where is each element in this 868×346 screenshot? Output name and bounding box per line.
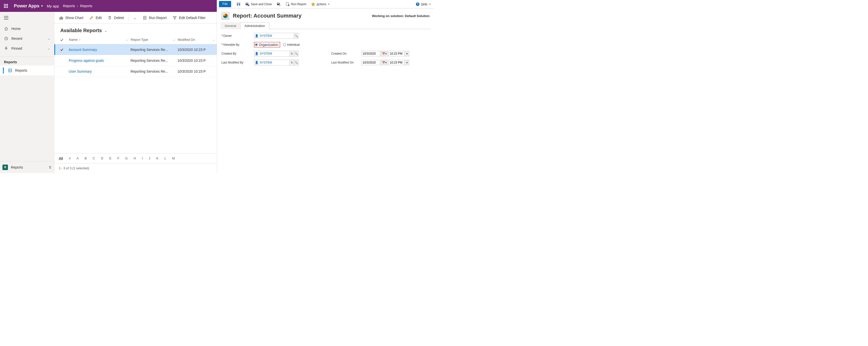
last-modified-on-date-input[interactable] [361,60,380,65]
column-menu-icon[interactable]: ⌄ [213,38,215,41]
calendar-picker-icon[interactable]: 📅▾ [381,51,388,56]
grid: Name↑⌄ Report Type⌄ Modified On⌄ Account… [54,35,217,153]
lookup-search-icon[interactable]: 🔍 [294,33,298,38]
crumb-0[interactable]: Reports [63,4,75,8]
last-modified-by-lookup[interactable]: 👤 SYSTEM ⇅ 🔍 [254,60,299,65]
alpha-filter-f[interactable]: F [117,156,119,160]
stepper-icon[interactable]: ⇅ [289,60,294,65]
run-report-button[interactable]: Run Report [140,14,169,22]
alpha-filter-g[interactable]: G [125,156,128,160]
column-name[interactable]: Name↑⌄ [66,38,128,41]
column-menu-icon[interactable]: ⌄ [173,38,175,41]
column-modified-on[interactable]: Modified On⌄ [175,38,215,41]
alpha-filter-#[interactable]: # [69,156,71,160]
show-chart-button[interactable]: Show Chart [56,14,86,22]
svg-rect-0 [4,4,5,5]
alpha-filter-h[interactable]: H [134,156,136,160]
actions-menu[interactable]: AActionsctions▾ [310,2,331,7]
select-all-checkbox[interactable] [57,38,66,41]
column-menu-icon[interactable]: ⌄ [126,38,128,41]
alpha-filter-k[interactable]: K [156,156,158,160]
row-checkbox[interactable] [57,48,66,52]
radio-individual[interactable] [283,43,286,46]
brand-label[interactable]: Power Apps ▾ [14,3,43,9]
sidebar-item-reports[interactable]: Reports [0,65,54,75]
alpha-filter-all[interactable]: All [59,156,63,160]
waffle-icon[interactable] [2,2,10,10]
row-name-link[interactable]: User Summary [66,69,128,73]
selection-accent [3,67,4,73]
row-name-link[interactable]: Progress against goals [66,59,128,63]
delete-button[interactable]: Delete [105,14,126,22]
alpha-filter-a[interactable]: A [76,156,79,160]
lookup-search-icon[interactable]: 🔍 [294,60,298,65]
save-and-new-button[interactable] [275,2,282,7]
footer-area-label[interactable]: Reports [11,165,23,169]
lookup-value[interactable]: SYSTEM [259,34,294,38]
crumb-1[interactable]: Reports [80,4,92,8]
owner-lookup[interactable]: 👤 SYSTEM 🔍 [254,33,299,39]
lookup-value[interactable]: SYSTEM [259,52,289,55]
tab-general[interactable]: General [220,22,240,29]
table-row[interactable]: User SummaryReporting Services Re...10/3… [54,66,217,77]
sidebar-item-pinned[interactable]: Pinned ⌄ [0,43,54,53]
field-label: Owner [223,34,232,38]
created-on-time-input[interactable] [389,51,404,56]
alpha-filter-l[interactable]: L [164,156,166,160]
last-modified-on-time-input[interactable] [389,60,404,65]
created-by-lookup[interactable]: 👤 SYSTEM ⇅ 🔍 [254,51,299,57]
alpha-filter-d[interactable]: D [101,156,103,160]
save-button[interactable] [235,2,242,7]
rb-label: AActionsctions [317,2,326,6]
alpha-filter-j[interactable]: J [149,156,151,160]
report-entity-icon [221,12,229,20]
stepper-icon[interactable]: ⇅ [289,51,294,56]
run-report-button[interactable]: Run Report [284,2,308,7]
tab-administration[interactable]: Administration [240,22,269,29]
svg-rect-19 [238,3,240,4]
app-name[interactable]: My app [47,4,59,8]
view-switcher-button[interactable]: ⌄ [104,29,107,33]
form-title: Report: Account Summary [233,12,302,19]
help-button[interactable]: ?Help▾ [414,2,432,7]
file-menu-button[interactable]: File [219,1,231,7]
highlighted-option: Organization [254,42,280,48]
row-modified: 10/3/2020 10:23 P [175,48,215,52]
alpha-filter-m[interactable]: M [172,156,175,160]
time-picker-icon[interactable]: ▾ [405,60,409,65]
column-report-type[interactable]: Report Type⌄ [128,38,175,41]
hamburger-button[interactable] [0,12,54,24]
status-bar: 1 - 3 of 3 (1 selected) [54,163,217,173]
table-row[interactable]: Progress against goalsReporting Services… [54,55,217,66]
calendar-picker-icon[interactable]: 📅▾ [381,60,388,65]
breadcrumb: Reports › Reports [63,4,92,8]
form-header: Report: Account Summary Working on solut… [217,8,434,22]
alpha-filter-c[interactable]: C [93,156,95,160]
form-body: *Owner 👤 SYSTEM 🔍 *Viewable By Organizat… [217,29,434,69]
radio-organization[interactable] [255,43,258,46]
edit-default-filter-button[interactable]: Edit Default Filter [170,14,208,22]
edit-button[interactable]: Edit [87,14,104,22]
svg-rect-7 [5,7,6,8]
lookup-value[interactable]: SYSTEM [259,61,289,64]
area-switcher-icon[interactable]: ⇅ [49,165,52,169]
time-picker-icon[interactable]: ▾ [405,51,409,56]
delete-split-button[interactable]: ⌄ [131,14,139,22]
row-name-link[interactable]: Account Summary [66,48,128,52]
alpha-filter-b[interactable]: B [85,156,87,160]
created-on-date-input[interactable] [361,51,380,56]
alpha-filter-e[interactable]: E [109,156,112,160]
row-modified: 10/3/2020 10:23 P [175,59,215,63]
help-icon: ? [416,2,420,6]
environment-badge[interactable]: R [2,165,8,170]
cmd-label: Edit Default Filter [179,16,206,20]
power-apps-shell: Power Apps ▾ My app Reports › Reports Ho… [0,0,217,173]
table-row[interactable]: Account SummaryReporting Services Re...1… [54,44,217,55]
svg-point-25 [279,4,281,6]
sidebar-item-home[interactable]: Home [0,24,54,34]
field-label: Viewable By [223,43,240,46]
sidebar-item-recent[interactable]: Recent ⌄ [0,34,54,43]
alpha-filter-i[interactable]: I [142,156,143,160]
lookup-search-icon[interactable]: 🔍 [294,51,298,56]
save-and-close-button[interactable]: Save and Close [244,2,273,7]
